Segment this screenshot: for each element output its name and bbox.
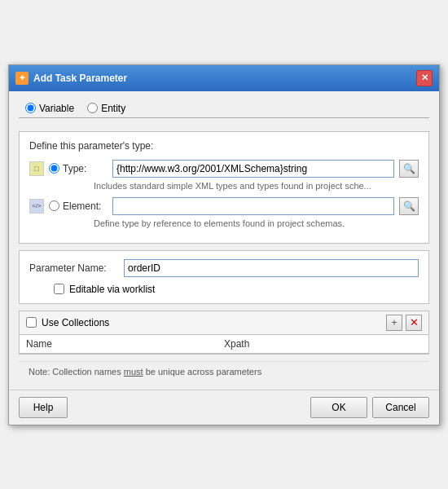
add-collection-button[interactable]: +: [386, 315, 402, 331]
tab-entity-label: Entity: [101, 103, 125, 114]
type-hint: Includes standard simple XML types and t…: [94, 181, 419, 191]
editable-row: Editable via worklist: [54, 284, 419, 295]
dialog-icon: ✦: [15, 72, 29, 85]
col-xpath-header: Xpath: [224, 338, 422, 350]
collections-section: Use Collections + ✕ Name Xpath: [19, 311, 429, 355]
collections-header-right: + ✕: [386, 315, 422, 331]
define-title: Define this parameter's type:: [29, 140, 419, 152]
dialog-container: ✦ Add Task Parameter ✕ Variable Entity D…: [8, 64, 440, 425]
col-name-header: Name: [26, 338, 224, 350]
dialog-body: Variable Entity Define this parameter's …: [9, 91, 439, 390]
element-radio-option[interactable]: Element:: [49, 200, 108, 212]
element-radio[interactable]: [49, 200, 59, 211]
element-search-button[interactable]: 🔍: [399, 197, 419, 215]
footer: Help OK Cancel: [9, 390, 439, 425]
type-input[interactable]: {http://www.w3.org/2001/XMLSchema}string: [112, 160, 394, 178]
type-radio-option[interactable]: Type:: [49, 163, 108, 174]
param-name-row: Parameter Name: orderID: [29, 259, 419, 277]
note-prefix: Note: Collection names: [29, 367, 124, 377]
tab-variable-radio[interactable]: [25, 103, 36, 113]
tab-variable-label: Variable: [39, 103, 74, 114]
parameter-section: Parameter Name: orderID Editable via wor…: [19, 250, 429, 304]
element-label: Element:: [63, 200, 108, 212]
note-suffix: be unique across parameters: [143, 367, 262, 377]
close-button[interactable]: ✕: [416, 70, 433, 86]
define-section: Define this parameter's type: □ Type: {h…: [19, 131, 429, 244]
tab-entity-radio[interactable]: [87, 103, 98, 113]
footer-right: OK Cancel: [310, 397, 429, 418]
collections-table-header: Name Xpath: [20, 335, 428, 354]
type-radio[interactable]: [49, 163, 59, 174]
cancel-button[interactable]: Cancel: [372, 397, 429, 418]
help-button[interactable]: Help: [19, 397, 68, 418]
element-hint: Define type by reference to elements fou…: [94, 218, 419, 228]
ok-button[interactable]: OK: [310, 397, 367, 418]
tab-row: Variable Entity: [19, 99, 429, 118]
type-row: □ Type: {http://www.w3.org/2001/XMLSchem…: [29, 160, 419, 178]
use-collections-checkbox[interactable]: [26, 317, 37, 328]
element-icon: </>: [29, 199, 44, 214]
tab-variable[interactable]: Variable: [19, 99, 81, 117]
collections-label: Use Collections: [42, 317, 109, 328]
editable-label: Editable via worklist: [69, 284, 155, 295]
title-bar: ✦ Add Task Parameter ✕: [9, 65, 439, 91]
type-search-button[interactable]: 🔍: [399, 160, 419, 178]
dialog-title: Add Task Parameter: [33, 73, 127, 84]
collections-header: Use Collections + ✕: [20, 311, 428, 335]
element-row: </> Element: 🔍: [29, 197, 419, 215]
title-bar-left: ✦ Add Task Parameter: [15, 72, 127, 85]
tab-entity[interactable]: Entity: [81, 99, 132, 117]
type-label: Type:: [63, 163, 108, 174]
param-name-input[interactable]: orderID: [124, 259, 419, 277]
delete-collection-button[interactable]: ✕: [406, 315, 422, 331]
element-input[interactable]: [112, 197, 394, 215]
editable-checkbox[interactable]: [54, 284, 64, 294]
type-icon: □: [29, 161, 44, 176]
param-name-label: Parameter Name:: [29, 262, 119, 274]
note-bar: Note: Collection names must be unique ac…: [19, 361, 429, 381]
note-underline: must: [124, 367, 143, 377]
